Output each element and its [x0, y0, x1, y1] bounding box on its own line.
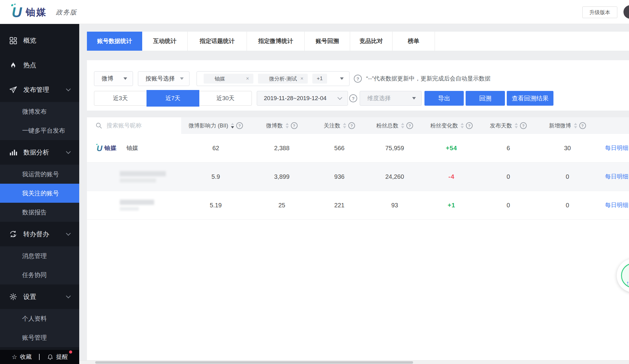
help-icon[interactable]: ?: [236, 122, 243, 129]
range-last-30-days[interactable]: 近30天: [199, 91, 252, 106]
help-icon[interactable]: ?: [354, 75, 362, 83]
sidebar-footer: ☆ 收藏 提醒: [0, 350, 79, 364]
sort-carets[interactable]: [231, 123, 234, 128]
up-arrow-icon: ↑: [626, 280, 629, 287]
app-root: U 铀媒 政务版 升级版本 概览: [0, 0, 629, 364]
range-last-7-days[interactable]: 近7天: [147, 90, 199, 107]
account-select[interactable]: 按账号选择: [138, 71, 189, 86]
sort-carets[interactable]: [574, 123, 577, 128]
follows-value: 936: [313, 173, 365, 180]
search-icon: [96, 122, 102, 129]
help-icon[interactable]: ?: [579, 122, 586, 129]
reminder-button[interactable]: 提醒: [47, 353, 68, 361]
follows-value: 221: [313, 202, 365, 209]
column-header-publish-days: 发布天数 ?: [479, 117, 537, 134]
sidebar-item-label: 数据分析: [23, 148, 49, 157]
column-header-new-posts: 新增微博 ?: [537, 117, 597, 134]
posts-value: 2,388: [250, 145, 313, 152]
search-input[interactable]: [107, 122, 174, 129]
sidebar-submenu-settings: 个人资料 账号管理: [0, 309, 79, 347]
range-last-3-days[interactable]: 近3天: [94, 91, 147, 106]
sidebar-item-my-followed-accounts[interactable]: 我关注的账号: [0, 184, 79, 203]
help-icon[interactable]: ?: [520, 122, 527, 129]
bar-chart-icon: [9, 148, 17, 156]
table-row: 5.9 3,899 936 24,260 -4 0 0 每日明细: [87, 162, 629, 191]
sidebar-item-data-analysis[interactable]: 数据分析: [0, 140, 79, 165]
edition-label: 政务版: [56, 8, 77, 17]
publish-days-value: 6: [479, 145, 537, 152]
sidebar-item-label: 概览: [23, 36, 36, 45]
dimension-select[interactable]: 维度选择: [360, 91, 422, 106]
sort-carets[interactable]: [343, 123, 346, 128]
sidebar-item-personal-profile[interactable]: 个人资料: [0, 309, 79, 328]
column-header-posts: 微博数 ?: [250, 117, 313, 134]
svg-text:U: U: [12, 4, 22, 20]
tab-rankings[interactable]: 榜单: [393, 32, 435, 51]
tab-interaction-stats[interactable]: 互动统计: [142, 32, 188, 51]
sidebar-item-transfer-supervision[interactable]: 转办督办: [0, 222, 79, 246]
help-icon[interactable]: ?: [291, 122, 298, 129]
detail-link-cell: 每日明细: [597, 173, 629, 181]
platform-select-value: 微博: [94, 75, 113, 83]
date-range-select[interactable]: 2019-11-28~2019-12-04: [257, 91, 348, 106]
account-name-redacted: [120, 171, 166, 182]
sidebar-item-my-operated-accounts[interactable]: 我运营的账号: [0, 165, 79, 184]
tab-competitor-compare[interactable]: 竞品比对: [350, 32, 393, 51]
sidebar-item-data-report[interactable]: 数据报告: [0, 203, 79, 222]
tab-topic-stats[interactable]: 指定话题统计: [188, 32, 247, 51]
close-icon[interactable]: ×: [246, 76, 249, 82]
sort-carets[interactable]: [515, 123, 518, 128]
account-tag: 铀媒 ×: [204, 74, 253, 84]
help-icon[interactable]: ?: [466, 122, 473, 129]
tab-account-data-stats[interactable]: 账号数据统计: [87, 32, 142, 51]
sort-carets[interactable]: [401, 123, 404, 128]
column-header-follows: 关注数 ?: [313, 117, 365, 134]
fans-change-value: +1: [424, 202, 479, 209]
sidebar-item-multiplatform-publish[interactable]: 一键多平台发布: [0, 121, 79, 140]
sidebar-item-hotspots[interactable]: 热点: [0, 53, 79, 77]
help-icon[interactable]: ?: [348, 122, 355, 129]
daily-detail-link[interactable]: 每日明细: [605, 145, 628, 151]
help-icon[interactable]: ?: [349, 94, 357, 102]
platform-select[interactable]: 微博: [94, 71, 133, 86]
export-button[interactable]: 导出: [424, 91, 464, 106]
sidebar-item-publish-management[interactable]: 发布管理: [0, 77, 79, 102]
detail-link-cell: 每日明细: [597, 201, 629, 209]
table-row: 5.19 25 221 93 +1 0 0 每日明细: [87, 191, 629, 220]
backtrack-button[interactable]: 回溯: [466, 91, 505, 106]
sort-carets[interactable]: [461, 123, 464, 128]
sidebar-item-message-management[interactable]: 消息管理: [0, 246, 79, 265]
sidebar-item-settings[interactable]: 设置: [0, 284, 79, 309]
sort-carets[interactable]: [286, 123, 289, 128]
tab-account-backtrack[interactable]: 账号回溯: [305, 32, 350, 51]
table-header-row: 微博影响力 (BII) ? 微博数 ? 关注数 ? 粉丝总数 ? 粉丝变化数: [87, 117, 629, 134]
brand-name: 铀媒: [26, 6, 47, 19]
daily-detail-link[interactable]: 每日明细: [605, 202, 628, 208]
search-cell: [87, 117, 181, 134]
daily-detail-link[interactable]: 每日明细: [605, 173, 628, 180]
bii-value: 5.19: [181, 202, 250, 209]
view-backtrack-results-button[interactable]: 查看回溯结果: [507, 91, 553, 106]
sidebar-item-task-collaboration[interactable]: 任务协同: [0, 265, 79, 284]
help-icon[interactable]: ?: [406, 122, 413, 129]
account-cell: [87, 169, 181, 184]
caret-down-icon: [123, 77, 127, 80]
sidebar-item-account-management[interactable]: 账号管理: [0, 328, 79, 347]
selected-accounts-box[interactable]: 铀媒 × 微分析-测试 × +1: [197, 71, 350, 86]
sidebar: 概览 热点 发布管理 微博发布 一键多平台发布: [0, 24, 79, 364]
star-icon: ☆: [12, 353, 17, 361]
sidebar-item-overview[interactable]: 概览: [0, 28, 79, 53]
table-row: U 铀媒 铀媒 62 2,388 566 75,959 +54 6 30 每日明…: [87, 134, 629, 162]
flame-icon: [9, 61, 17, 69]
favorites-button[interactable]: 收藏: [20, 353, 32, 361]
upgrade-version-button[interactable]: 升级版本: [582, 6, 617, 18]
close-icon[interactable]: ×: [300, 76, 303, 82]
posts-value: 25: [250, 202, 313, 209]
horizontal-scrollbar-thumb[interactable]: [95, 361, 413, 364]
sidebar-submenu-analysis: 我运营的账号 我关注的账号 数据报告: [0, 165, 79, 222]
sidebar-item-weibo-publish[interactable]: 微博发布: [0, 102, 79, 121]
user-avatar[interactable]: [623, 5, 629, 19]
fans-value: 93: [365, 202, 424, 209]
paper-plane-icon: [9, 86, 17, 94]
tab-weibo-stats[interactable]: 指定微博统计: [247, 32, 305, 51]
